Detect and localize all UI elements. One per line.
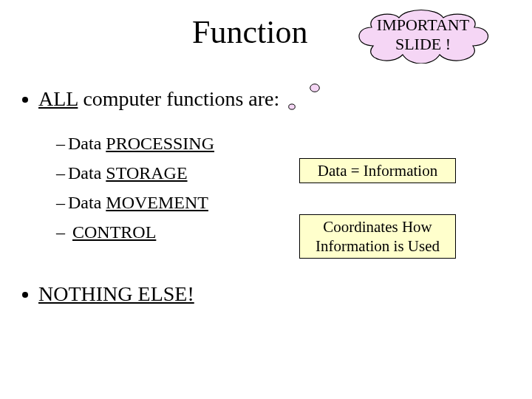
thought-bubble-small-icon: [288, 103, 296, 110]
bullet1-underlined: ALL: [38, 87, 78, 110]
bullet2-underlined: NOTHING ELSE!: [38, 282, 194, 305]
sub-bullet-1: –Data PROCESSING: [56, 129, 214, 158]
dash-icon: –: [56, 193, 65, 212]
box2-line2: Information is Used: [316, 237, 440, 255]
thought-bubble-icon: [310, 83, 320, 92]
dash-icon: –: [56, 134, 65, 153]
sub2-prefix: Data: [68, 163, 106, 183]
sub4-underlined: CONTROL: [72, 222, 156, 242]
sub3-prefix: Data: [68, 193, 106, 212]
sub-bullet-3: –Data MOVEMENT: [56, 188, 214, 217]
svg-point-0: [310, 84, 320, 92]
important-callout: IMPORTANT SLIDE !: [351, 9, 495, 64]
bullet-dot-icon: [22, 292, 28, 298]
sub-bullet-2: –Data STORAGE: [56, 158, 214, 188]
dash-icon: –: [56, 222, 65, 242]
callout-text: IMPORTANT SLIDE !: [351, 16, 495, 54]
slide-title: Function: [192, 13, 307, 51]
callout-line2: SLIDE !: [395, 35, 451, 53]
sub2-underlined: STORAGE: [106, 163, 187, 183]
svg-point-1: [289, 104, 296, 109]
dash-icon: –: [56, 163, 65, 183]
sub3-underlined: MOVEMENT: [106, 193, 208, 212]
box1-text: Data = Information: [318, 162, 437, 180]
sub-bullet-4: – CONTROL: [56, 217, 214, 247]
box2-line1: Coordinates How: [323, 218, 432, 236]
sub-bullet-list: –Data PROCESSING –Data STORAGE –Data MOV…: [56, 129, 214, 247]
callout-line1: IMPORTANT: [377, 16, 469, 34]
bullet1-rest: computer functions are:: [78, 87, 279, 110]
bullet-dot-icon: [22, 97, 28, 103]
annotation-box-1: Data = Information: [299, 158, 456, 183]
sub1-underlined: PROCESSING: [106, 134, 214, 153]
bullet-main-2: NOTHING ELSE!: [22, 282, 194, 306]
annotation-box-2: Coordinates How Information is Used: [299, 214, 456, 259]
sub1-prefix: Data: [68, 134, 106, 153]
bullet-main-1: ALL computer functions are:: [22, 87, 279, 111]
